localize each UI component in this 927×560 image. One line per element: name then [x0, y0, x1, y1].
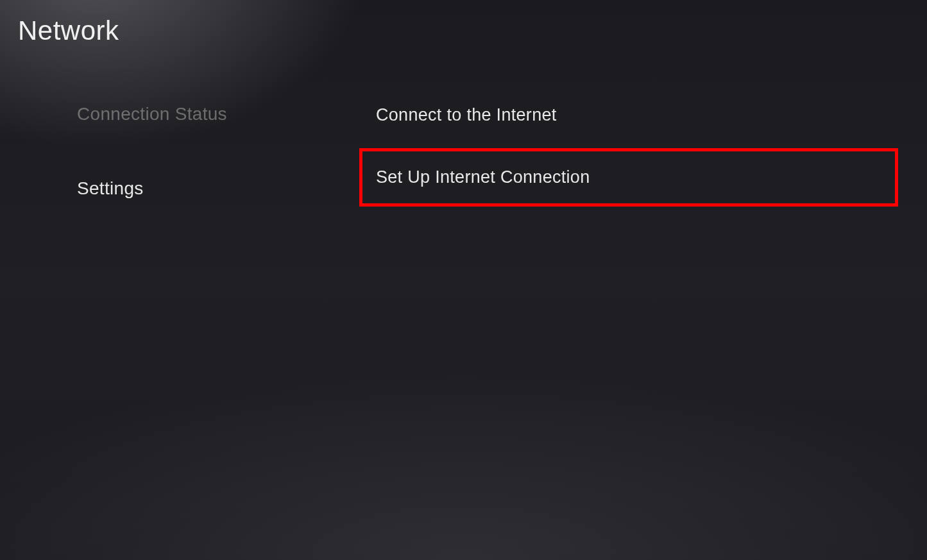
sidebar-item-settings[interactable]: Settings: [77, 171, 321, 207]
content-item-setup-connection[interactable]: Set Up Internet Connection: [359, 148, 898, 207]
content-panel: Connect to the Internet Set Up Internet …: [359, 86, 898, 207]
content-item-connect-internet[interactable]: Connect to the Internet: [359, 86, 898, 144]
sidebar: Connection Status Settings: [77, 96, 321, 245]
sidebar-item-connection-status[interactable]: Connection Status: [77, 96, 321, 132]
page-title: Network: [18, 15, 119, 46]
